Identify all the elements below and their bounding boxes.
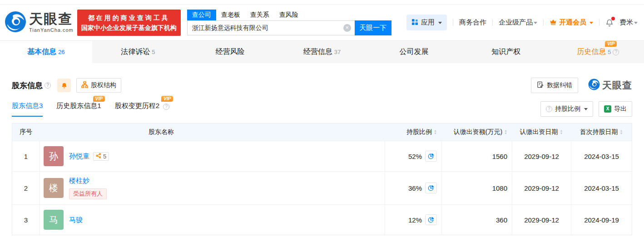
equity-pie-button[interactable] [425,151,437,162]
ratio-value: 36% [408,184,422,192]
equity-pie-button[interactable] [425,214,437,225]
row-index: 3 [12,205,40,235]
help-icon[interactable]: ? [163,104,169,110]
sort-icon[interactable] [434,129,437,135]
search-button[interactable]: 天眼一下 [355,20,391,35]
table-row: 3 马 马骏 12% 360 2029-09-12 [12,204,632,235]
ratio-value: 12% [408,216,422,224]
relation-graph-icon [96,153,101,160]
tab-history-info[interactable]: VIP 历史信息 5 ? [552,41,644,63]
tianyancha-logo[interactable]: 天眼查 TianYanCha.com [5,11,74,35]
tianyancha-watermark-icon [588,79,600,92]
shareholder-name-link[interactable]: 孙悦童 [69,152,89,161]
search-tab-risk[interactable]: 查风险 [274,10,303,20]
avatar: 孙 [44,146,64,166]
subtab-count: 3 [39,102,43,109]
promo-line1: 都在用的商业查询工具 [81,13,177,23]
subtab-equity-changes[interactable]: VIP 股权变更历程2 ? [115,102,170,117]
sort-icon[interactable] [560,129,563,135]
help-icon[interactable]: ? [45,82,51,89]
relations-badge[interactable]: 5 [93,152,109,161]
tab-count: 37 [334,49,341,55]
subscribe-date: 2029-09-12 [512,141,571,171]
column-header-amount[interactable]: 认缴出资额(万元) [441,123,512,141]
subtab-shareholders[interactable]: 股东信息3 [12,102,43,117]
chevron-down-icon [438,22,442,26]
tab-count: 5 [152,49,155,55]
table-header-row: 序号 股东名称 持股比例 认缴出资额(万元) 认缴出资日期 首次持股日期 [12,123,632,141]
column-header-name: 股东名称 [40,123,385,141]
avatar: 马 [44,210,64,230]
equity-structure-button[interactable]: 股权结构 [76,78,121,93]
section-title: 股东信息 [12,80,43,91]
search-tab-relations[interactable]: 查关系 [245,10,274,20]
export-button[interactable]: X 导出 [599,101,632,117]
tab-operating-risk[interactable]: 经营风险 [184,41,276,63]
tab-legal[interactable]: 法律诉讼 5 [92,41,184,63]
tianyancha-watermark-text: 天眼查 [602,79,632,92]
divider [492,19,493,26]
clear-search-icon[interactable]: × [343,24,351,32]
notifications-bell-icon[interactable] [605,18,614,27]
vip-badge: VIP [605,41,617,47]
tab-label: 知识产权 [491,47,520,57]
apps-grid-icon [411,19,418,27]
search-tab-boss[interactable]: 查老板 [216,10,245,20]
nav-apps-label: 应用 [421,18,435,27]
page-top-divider [0,0,644,5]
equity-pie-button[interactable] [425,183,437,193]
data-correction-button[interactable]: 数据纠错 [531,78,578,93]
tab-label: 历史信息 [577,47,606,57]
ratio-filter-button[interactable]: ? 持股比例 [540,101,593,117]
sort-icon[interactable] [504,129,507,135]
help-icon: ? [546,106,552,112]
header-nav: 应用 商务合作 企业级产品 开通会员 [406,15,638,30]
tab-label: 经营信息 [303,47,332,57]
subtab-label: 股权变更历程 [115,102,156,109]
search-tabs: 查公司 查老板 查关系 查风险 [187,10,391,20]
tab-basic-info[interactable]: 基本信息 26 [0,41,92,63]
nav-apps[interactable]: 应用 [406,15,447,30]
vip-badge: VIP [161,96,173,102]
tianyancha-watermark: 天眼查 [588,79,632,92]
sort-icon[interactable] [620,129,623,135]
tab-company-development[interactable]: 公司发展 [368,41,460,63]
column-header-first-date[interactable]: 首次持股日期 [571,123,632,141]
edit-document-icon [537,81,544,89]
promo-line2: 国家中小企业发展子基金旗下机构 [81,23,177,33]
main-content: 股东信息 ? 股权结构 [0,77,644,235]
username: 费米 [619,18,633,27]
shareholder-cell: 马 马骏 [40,205,385,235]
table-row: 2 楼 楼柱妙 受益所有人 36% 1080 [12,171,632,204]
divider [453,19,453,26]
nav-enterprise-label: 企业级产品 [499,18,533,27]
nav-enterprise[interactable]: 企业级产品 [499,18,537,27]
subscribe-date: 2029-09-12 [512,205,571,235]
nav-cooperation[interactable]: 商务合作 [459,18,486,27]
subscribe-date: 2029-09-12 [512,172,571,204]
tab-operating-info[interactable]: 经营信息 37 [276,41,368,63]
notification-dot [611,17,615,20]
subtab-history-shareholders[interactable]: VIP 历史股东信息1 [56,102,101,117]
monitor-bell-button[interactable] [57,79,71,92]
chevron-down-icon [590,22,593,26]
tab-count: 5 [608,49,611,55]
help-icon[interactable]: ? [613,49,619,55]
search-tab-company[interactable]: 查公司 [187,10,216,20]
tab-intellectual-property[interactable]: 知识产权 [460,41,552,63]
chevron-down-icon [634,22,638,26]
nav-membership-label: 开通会员 [559,18,586,27]
chevron-down-icon [534,22,537,26]
nav-membership[interactable]: 开通会员 [550,18,593,27]
shareholder-name-link[interactable]: 马骏 [69,216,83,224]
equity-structure-label: 股权结构 [91,81,116,89]
column-header-subscribe-date[interactable]: 认缴出资日期 [512,123,571,141]
search-input[interactable] [187,20,355,35]
divider [543,19,544,26]
column-header-ratio[interactable]: 持股比例 [385,123,441,141]
nav-user[interactable]: 费米 [619,18,638,27]
shareholder-name-link[interactable]: 楼柱妙 [69,177,107,185]
first-hold-date: 2024-09-19 [571,205,632,235]
data-correction-label: 数据纠错 [547,81,572,89]
subtab-label: 历史股东信息 [56,102,97,109]
